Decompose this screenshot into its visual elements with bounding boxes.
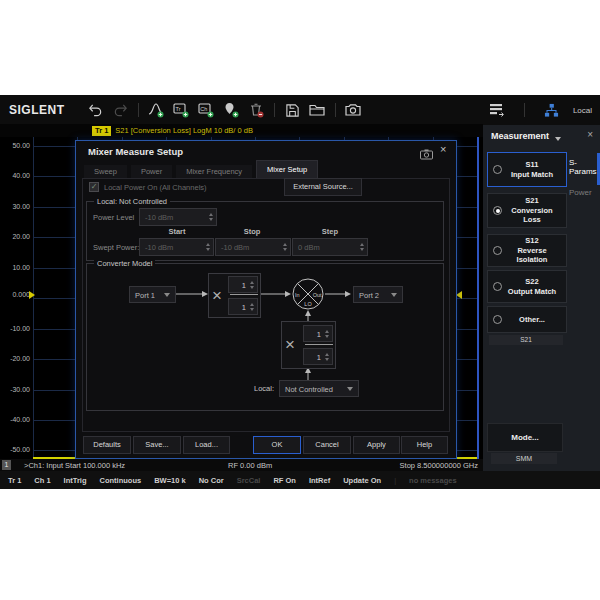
measurement-panel-header[interactable]: Measurement × <box>483 125 600 149</box>
network-icon[interactable] <box>543 102 560 119</box>
panel-close-icon[interactable]: × <box>587 129 593 140</box>
rf-multiplier-box: × 1 1 <box>208 273 261 318</box>
spinner-arrows-icon[interactable] <box>360 243 364 251</box>
measurement-item-s21[interactable]: S21Conversion Loss <box>487 193 567 228</box>
panel-tab-power[interactable]: Power <box>569 188 592 197</box>
local-power-on-checkbox[interactable]: ✓ <box>89 182 99 192</box>
swept-power-start-spinner[interactable]: -10 dBm <box>139 238 214 256</box>
chevron-down-icon <box>164 293 170 297</box>
status-reference[interactable]: IntRef <box>309 476 330 485</box>
lo-multiplier-denominator[interactable]: 1 <box>303 348 333 365</box>
other-parameter-value[interactable]: S21 <box>489 335 563 345</box>
tab-mixer-frequency[interactable]: Mixer Frequency <box>176 165 252 179</box>
recall-folder-icon[interactable] <box>309 102 326 119</box>
step-header: Step <box>322 227 338 236</box>
connection-mode-label[interactable]: Local <box>573 106 592 115</box>
external-source-button[interactable]: External Source... <box>284 178 362 196</box>
dialog-tabs: Sweep Power Mixer Frequency Mixer Setup <box>84 161 318 179</box>
channel-info-bar: 1 >Ch1: Input Start 100.000 kHz RF 0.00 … <box>0 459 483 471</box>
stop-header: Stop <box>244 227 261 236</box>
local-control-select[interactable]: Not Controlled <box>279 380 359 397</box>
chevron-down-icon <box>555 137 561 141</box>
panel-title: Measurement <box>491 131 549 141</box>
fraction-divider <box>305 344 333 345</box>
lo-multiplier-numerator[interactable]: 1 <box>303 325 333 342</box>
screenshot-camera-icon[interactable] <box>345 102 362 119</box>
spinner-arrows-icon[interactable] <box>325 330 329 338</box>
main-toolbar: SIGLENT Tr Ch <box>0 95 600 125</box>
port2-select[interactable]: Port 2 <box>353 286 403 303</box>
y-axis-label: 30.00 <box>0 203 30 210</box>
swept-power-step-spinner[interactable]: 0 dBm <box>292 238 368 256</box>
apply-button[interactable]: Apply <box>353 436 400 454</box>
lo-multiplier-box: × 1 1 <box>281 321 336 369</box>
channel-stop-text: Stop 8.500000000 GHz <box>400 461 478 470</box>
multiply-icon: × <box>285 335 295 355</box>
spinner-arrows-icon[interactable] <box>209 213 213 221</box>
status-bar: Tr 1 Ch 1 IntTrig Continuous BW=10 k No … <box>0 471 600 489</box>
status-trace[interactable]: Tr 1 <box>8 476 21 485</box>
y-axis-label: -50.00 <box>0 446 30 453</box>
mode-button[interactable]: Mode... <box>487 423 563 452</box>
status-rf[interactable]: RF On <box>273 476 296 485</box>
trace-badge[interactable]: Tr 1 <box>92 126 111 136</box>
trace-add-icon[interactable]: Tr <box>173 102 190 119</box>
rf-multiplier-numerator[interactable]: 1 <box>228 276 258 293</box>
redo-icon[interactable] <box>112 102 129 119</box>
port1-select[interactable]: Port 1 <box>129 286 176 303</box>
dialog-close-icon[interactable]: × <box>440 143 446 155</box>
status-srccal[interactable]: SrcCal <box>237 476 261 485</box>
spinner-arrows-icon[interactable] <box>325 353 329 361</box>
y-axis-label: 20.00 <box>0 233 30 240</box>
swept-power-label: Swept Power: <box>93 243 139 252</box>
marker-add-icon[interactable] <box>223 102 240 119</box>
radio-icon[interactable] <box>493 165 502 174</box>
radio-icon[interactable] <box>493 315 502 324</box>
tab-sweep[interactable]: Sweep <box>84 165 127 179</box>
channel-badge[interactable]: 1 <box>2 460 11 470</box>
power-level-spinner[interactable]: -10 dBm <box>139 208 217 226</box>
channel-add-icon[interactable]: Ch <box>198 102 215 119</box>
y-axis-label: 50.00 <box>0 142 30 149</box>
undo-icon[interactable] <box>87 102 104 119</box>
y-axis-label: -40.00 <box>0 416 30 423</box>
status-update[interactable]: Update On <box>343 476 381 485</box>
ok-button[interactable]: OK <box>253 436 301 454</box>
help-button[interactable]: Help <box>401 436 448 454</box>
radio-icon[interactable] <box>493 282 502 291</box>
status-correction[interactable]: No Cor <box>199 476 224 485</box>
spinner-arrows-icon[interactable] <box>283 243 287 251</box>
status-channel[interactable]: Ch 1 <box>34 476 50 485</box>
swept-power-stop-spinner[interactable]: -10 dBm <box>215 238 291 256</box>
measurement-item-s22[interactable]: S22Output Match <box>487 270 567 303</box>
load-button[interactable]: Load... <box>183 436 230 454</box>
mode-value[interactable]: SMM <box>491 453 557 464</box>
trace-delete-icon[interactable] <box>248 102 265 119</box>
y-axis-label: -20.00 <box>0 355 30 362</box>
y-axis-label: -30.00 <box>0 386 30 393</box>
status-sweep-mode[interactable]: Continuous <box>100 476 142 485</box>
setup-list-icon[interactable] <box>489 102 506 119</box>
radio-selected-icon[interactable] <box>493 206 502 215</box>
tab-mixer-setup[interactable]: Mixer Setup <box>256 160 318 179</box>
toolbar-separator <box>274 103 275 117</box>
cancel-button[interactable]: Cancel <box>303 436 351 454</box>
spinner-arrows-icon[interactable] <box>250 303 254 311</box>
dialog-screenshot-icon[interactable] <box>420 146 433 164</box>
measurement-item-other[interactable]: Other... <box>487 306 567 333</box>
spinner-arrows-icon[interactable] <box>206 243 210 251</box>
rf-multiplier-denominator[interactable]: 1 <box>228 298 258 315</box>
measurement-item-s12[interactable]: S12Reverse Isolation <box>487 234 567 267</box>
stimulus-add-icon[interactable] <box>148 102 165 119</box>
status-trigger[interactable]: IntTrig <box>64 476 87 485</box>
save-button[interactable]: Save... <box>133 436 181 454</box>
defaults-button[interactable]: Defaults <box>83 436 131 454</box>
y-axis-label: 10.00 <box>0 264 30 271</box>
save-icon[interactable] <box>284 102 301 119</box>
measurement-item-s11[interactable]: S11Input Match <box>487 152 567 187</box>
panel-tab-sparams[interactable]: S-Params <box>569 158 600 176</box>
radio-icon[interactable] <box>493 246 502 255</box>
spinner-arrows-icon[interactable] <box>250 281 254 289</box>
tab-power[interactable]: Power <box>131 165 172 179</box>
status-bandwidth[interactable]: BW=10 k <box>154 476 185 485</box>
